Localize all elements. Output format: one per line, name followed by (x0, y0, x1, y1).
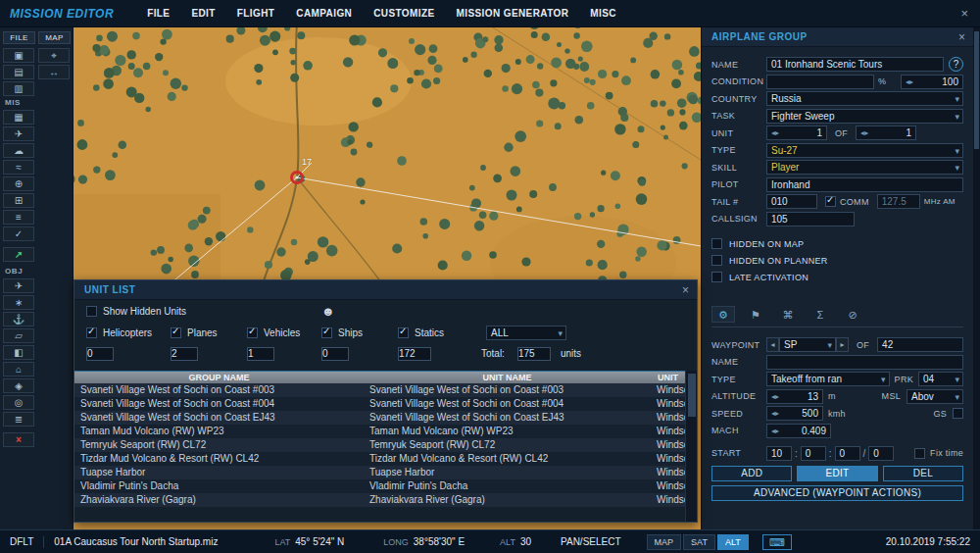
delete-waypoint-button[interactable]: DEL (883, 466, 963, 481)
add-helicopter-button[interactable]: ∗ (3, 295, 34, 310)
scrollbar-thumb[interactable] (974, 31, 979, 149)
tab-map-tools[interactable]: MAP (38, 31, 71, 44)
map-options-button[interactable]: ⌖ (38, 48, 70, 63)
filter-ships-checkbox[interactable]: ✓ (321, 327, 332, 338)
panel-scrollbar[interactable] (973, 27, 980, 529)
country-select[interactable]: Russia ▾ (766, 91, 963, 106)
unit-count-stepper[interactable]: ◂ ▸ 1 (856, 126, 916, 140)
add-building-button[interactable]: ⌂ (3, 362, 34, 377)
group-name-column-header[interactable]: GROUP NAME (74, 372, 364, 383)
mission-settings-button[interactable]: ≡ (3, 210, 34, 225)
validate-mission-button[interactable]: ✓ (3, 226, 34, 241)
menu-campaign[interactable]: CAMPAIGN (296, 8, 352, 19)
edit-waypoint-button[interactable]: EDIT (797, 466, 877, 481)
altitude-reference-select[interactable]: Abov ▾ (906, 389, 963, 404)
frequency-input[interactable]: 127.5 (877, 194, 920, 209)
comm-checkbox[interactable]: ✓ (825, 196, 836, 207)
table-row[interactable]: Temryuk Seaport (RW) CL72Temryuk Seaport… (74, 438, 685, 452)
object-list-button[interactable]: ≣ (3, 412, 34, 427)
sea-state-button[interactable]: ≈ (3, 160, 34, 175)
filter-helicopters-checkbox[interactable]: ✓ (86, 327, 97, 338)
skill-select[interactable]: Player ▾ (766, 160, 963, 175)
show-hidden-units-checkbox[interactable] (86, 306, 97, 317)
weather-editor-button[interactable]: ☁ (3, 143, 34, 158)
unit-index-stepper[interactable]: ◂ ▸ 1 (766, 126, 827, 140)
add-vehicle-button[interactable]: ▱ (3, 328, 34, 343)
save-mission-button[interactable]: ▤ (3, 65, 34, 79)
help-icon[interactable]: ? (949, 57, 963, 72)
table-row[interactable]: Svaneti Village West of Sochi on Coast #… (74, 397, 685, 411)
start-day-input[interactable]: 0 (868, 446, 894, 461)
sat-layer-button[interactable]: SAT (683, 534, 715, 550)
menu-mission-generator[interactable]: MISSION GENERATOR (457, 8, 569, 19)
fly-mission-button[interactable]: ↗ (3, 247, 34, 262)
waypoint-total-input[interactable]: 42 (877, 337, 963, 352)
filter-planes-checkbox[interactable]: ✓ (171, 327, 181, 338)
trigger-zones-button[interactable]: ⊞ (3, 193, 34, 208)
keyboard-icon[interactable]: ⌨ (762, 534, 792, 550)
parking-select[interactable]: 04 ▾ (918, 372, 963, 386)
waypoint-type-select[interactable]: Takeoff from ran ▾ (766, 372, 890, 386)
table-row[interactable]: Taman Mud Volcano (RW) WP23Taman Mud Vol… (74, 425, 685, 438)
filter-statics-checkbox[interactable]: ✓ (398, 327, 409, 338)
pilot-name-input[interactable]: Ironhand (766, 177, 963, 192)
unit-list-scrollbar[interactable] (685, 371, 697, 522)
table-row[interactable]: Vladimir Putin's DachaVladimir Putin's D… (74, 479, 685, 493)
add-airplane-button[interactable]: ✈ (3, 278, 34, 293)
theme-indicator[interactable]: DFLT (10, 536, 33, 547)
fix-time-checkbox[interactable] (914, 448, 925, 459)
start-seconds-input[interactable]: 0 (835, 446, 860, 461)
failures-tab-icon[interactable]: ⊘ (841, 306, 864, 323)
waypoint-name-input[interactable] (766, 355, 963, 370)
menu-misc[interactable]: MISC (590, 8, 616, 19)
group-name-input[interactable]: 01 Ironhand Scenic Tours (766, 57, 944, 72)
table-row[interactable]: Tuapse HarborTuapse HarborWindso (74, 466, 685, 479)
add-template-button[interactable]: ◈ (3, 378, 34, 393)
task-select[interactable]: Fighter Sweep ▾ (766, 109, 963, 124)
start-hours-input[interactable]: 10 (766, 446, 792, 461)
menu-edit[interactable]: EDIT (191, 8, 215, 19)
start-minutes-input[interactable]: 0 (801, 446, 826, 461)
callsign-input[interactable]: 105 (766, 212, 855, 226)
mach-stepper[interactable]: ◂ ▸ 0.409 (766, 424, 831, 438)
altitude-stepper[interactable]: ◂ ▸ 13 (766, 389, 823, 404)
targeting-options-button[interactable]: ⊕ (3, 176, 34, 191)
late-activation-checkbox[interactable] (711, 272, 722, 282)
coalition-select[interactable]: ALL ▾ (486, 326, 566, 340)
export-mission-button[interactable]: ▥ (3, 81, 34, 96)
table-row[interactable]: Tizdar Mud Volcano & Resort (RW) CL42Tiz… (74, 452, 685, 466)
hidden-on-map-checkbox[interactable] (711, 238, 722, 249)
hidden-on-planner-checkbox[interactable] (711, 255, 722, 266)
alt-layer-button[interactable]: ALT (717, 534, 749, 550)
prev-waypoint-button[interactable]: ◂ (766, 337, 779, 352)
add-ship-button[interactable]: ⚓ (3, 312, 34, 327)
speed-stepper[interactable]: ◂ ▸ 500 (766, 406, 823, 421)
table-row[interactable]: Svaneti Village West of Sochi on Coast #… (74, 383, 685, 397)
close-icon[interactable]: × (958, 30, 965, 44)
table-row[interactable]: Zhaviakvara River (Gagra)Zhaviakvara Riv… (74, 493, 685, 507)
close-icon[interactable]: × (682, 283, 689, 297)
next-waypoint-button[interactable]: ▸ (836, 337, 849, 352)
route-tab-icon[interactable]: ⚙ (711, 306, 735, 323)
ground-speed-checkbox[interactable] (953, 408, 963, 419)
actions-tab-icon[interactable]: ⌘ (776, 306, 800, 323)
close-icon[interactable]: × (960, 6, 968, 21)
waypoint-select[interactable]: SP ▾ (779, 337, 836, 352)
unit-type-column-header[interactable]: UNIT (651, 372, 685, 383)
summary-tab-icon[interactable]: Σ (808, 306, 832, 323)
aircraft-pool-button[interactable]: ✈ (3, 126, 34, 141)
scrollbar-thumb[interactable] (688, 374, 696, 417)
unit-name-column-header[interactable]: UNIT NAME (364, 372, 651, 383)
aircraft-type-select[interactable]: Su-27 ▾ (766, 143, 963, 158)
mission-options-button[interactable]: ▦ (3, 110, 34, 125)
delete-object-button[interactable]: × (3, 432, 34, 447)
payload-tab-icon[interactable]: ⚑ (744, 306, 767, 323)
probability-stepper[interactable]: ◂ ▸ 100 (901, 75, 963, 89)
table-row[interactable]: Svaneti Village West of Sochi on Coast E… (74, 411, 685, 425)
tail-number-input[interactable]: 010 (766, 194, 817, 209)
add-static-button[interactable]: ◧ (3, 345, 34, 360)
map-layer-button[interactable]: MAP (647, 534, 682, 550)
condition-input[interactable] (766, 75, 874, 89)
add-waypoint-button[interactable]: ADD (711, 466, 792, 481)
menu-customize[interactable]: CUSTOMIZE (373, 8, 434, 19)
